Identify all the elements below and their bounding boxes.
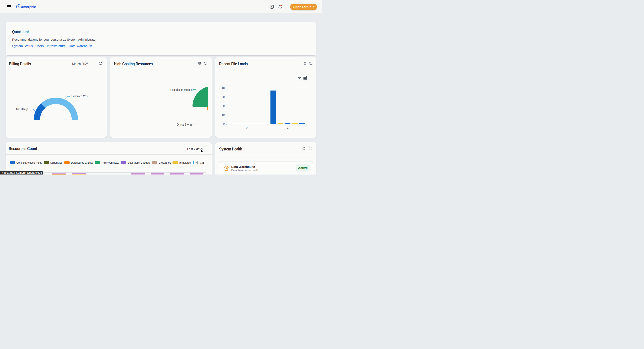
svg-text:20: 20 bbox=[222, 104, 225, 107]
svg-text:1: 1 bbox=[287, 126, 288, 129]
svg-text:40: 40 bbox=[222, 86, 225, 90]
svg-text:10: 10 bbox=[222, 113, 225, 116]
svg-text:30: 30 bbox=[222, 95, 225, 98]
svg-text:0: 0 bbox=[246, 126, 248, 129]
svg-text:0: 0 bbox=[223, 122, 225, 125]
